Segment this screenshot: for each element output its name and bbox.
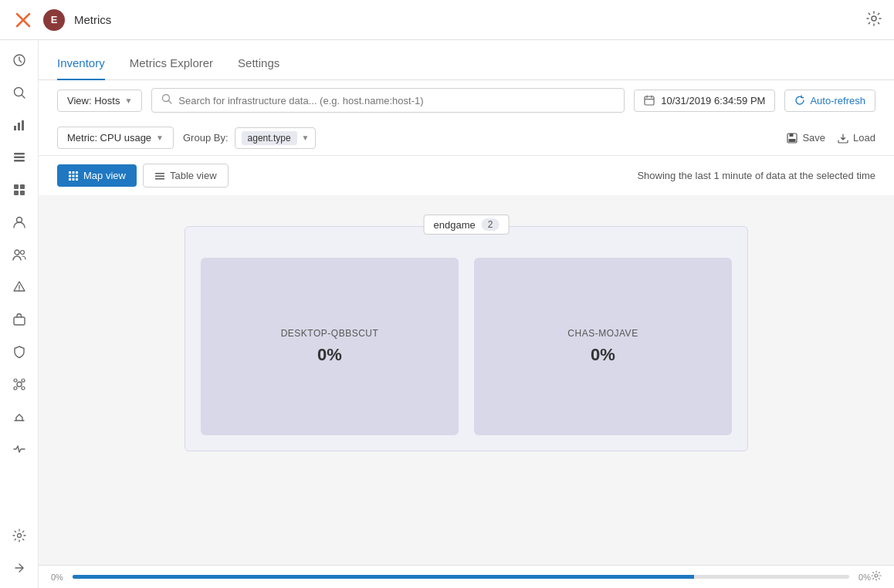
chevron-down-icon: ▼ (156, 133, 164, 142)
svg-point-1 (872, 16, 876, 21)
view-toggle-row: Map view Table view Showing the last 1 m… (39, 156, 894, 195)
host-card-1[interactable]: chas-mojave 0% (474, 258, 732, 435)
sidebar-icon-user[interactable] (5, 208, 33, 236)
tabbar: Inventory Metrics Explorer Settings (39, 40, 894, 80)
svg-rect-29 (790, 133, 794, 137)
search-input[interactable] (178, 95, 615, 106)
table-view-button[interactable]: Table view (143, 164, 229, 188)
main-layout: Inventory Metrics Explorer Settings View… (0, 40, 894, 588)
svg-rect-9 (14, 160, 25, 162)
auto-refresh-label: Auto-refresh (810, 95, 865, 106)
auto-refresh-button[interactable]: Auto-refresh (784, 90, 875, 112)
groupby-tag: agent.type (242, 131, 297, 145)
svg-rect-31 (69, 171, 71, 174)
sidebar (0, 40, 39, 588)
svg-rect-11 (20, 184, 25, 189)
sidebar-icon-users[interactable] (5, 241, 33, 269)
sidebar-icon-settings[interactable] (5, 522, 33, 549)
sidebar-icon-alerts[interactable] (5, 273, 33, 301)
sidebar-icon-list[interactable] (5, 144, 33, 171)
app-title: Metrics (74, 13, 857, 26)
svg-rect-41 (155, 175, 164, 177)
datetime-value: 10/31/2019 6:34:59 PM (661, 95, 765, 106)
map-view-button[interactable]: Map view (57, 164, 137, 187)
chevron-down-icon: ▼ (302, 133, 310, 142)
search-box[interactable] (151, 88, 625, 113)
tab-inventory[interactable]: Inventory (57, 56, 105, 80)
svg-rect-12 (14, 191, 19, 195)
sidebar-icon-heartbeat[interactable] (5, 435, 33, 463)
save-button[interactable]: Save (787, 132, 825, 144)
svg-point-23 (14, 387, 17, 390)
groupby-label: Group By: (183, 132, 229, 144)
sidebar-icon-expand[interactable] (5, 554, 33, 582)
groupby-container: Group By: agent.type ▼ (183, 127, 316, 149)
metric-dropdown[interactable]: Metric: CPU usage ▼ (57, 127, 174, 149)
svg-rect-35 (73, 174, 75, 177)
search-icon (161, 93, 172, 107)
sidebar-icon-search[interactable] (5, 79, 33, 106)
svg-rect-34 (69, 174, 71, 177)
map-view-label: Map view (83, 170, 126, 181)
tab-settings[interactable]: Settings (238, 56, 279, 80)
svg-rect-19 (14, 317, 25, 325)
content-area: Inventory Metrics Explorer Settings View… (39, 40, 894, 588)
svg-point-20 (17, 382, 22, 387)
svg-rect-27 (645, 96, 654, 105)
showing-text: Showing the last 1 minute of data at the… (637, 170, 875, 181)
load-label: Load (853, 132, 875, 144)
host-metric-0: 0% (317, 345, 342, 365)
save-label: Save (802, 132, 825, 144)
host-card-0[interactable]: DESKTOP-QBBSCUT 0% (201, 258, 459, 435)
group-container: endgame 2 DESKTOP-QBBSCUT 0% chas-mojave… (185, 226, 748, 451)
svg-point-16 (20, 251, 24, 255)
svg-rect-13 (20, 191, 25, 195)
svg-point-15 (15, 250, 19, 255)
sidebar-icon-ml[interactable] (5, 403, 33, 431)
sidebar-icon-grid[interactable] (5, 176, 33, 204)
svg-rect-39 (76, 178, 78, 181)
svg-rect-36 (76, 174, 78, 177)
app-logo (12, 9, 34, 31)
datetime-picker[interactable]: 10/31/2019 6:34:59 PM (634, 90, 775, 112)
group-label: endgame 2 (424, 215, 510, 235)
svg-rect-7 (14, 153, 25, 155)
sidebar-icon-cases[interactable] (5, 306, 33, 333)
svg-rect-5 (18, 123, 20, 130)
table-view-label: Table view (170, 170, 217, 181)
sidebar-icon-integrations[interactable] (5, 370, 33, 398)
svg-rect-30 (789, 139, 796, 142)
group-name: endgame (434, 219, 476, 231)
host-cards: DESKTOP-QBBSCUT 0% chas-mojave 0% (201, 258, 732, 435)
load-button[interactable]: Load (838, 132, 875, 144)
gear-icon[interactable] (866, 11, 882, 29)
host-name-1: chas-mojave (567, 328, 638, 339)
svg-rect-40 (155, 173, 164, 174)
svg-point-18 (19, 289, 20, 291)
svg-point-22 (22, 379, 25, 382)
svg-rect-37 (69, 178, 71, 181)
svg-rect-8 (14, 157, 25, 159)
svg-point-43 (875, 574, 878, 577)
bottom-gear-icon[interactable] (871, 570, 882, 583)
svg-rect-4 (14, 126, 16, 130)
bottom-scrollbar[interactable] (73, 575, 849, 579)
sidebar-icon-clock[interactable] (5, 46, 33, 74)
topbar: E Metrics (0, 0, 894, 40)
svg-point-25 (17, 534, 21, 538)
groupby-button[interactable]: agent.type ▼ (235, 127, 317, 149)
host-metric-1: 0% (591, 345, 615, 365)
bottom-left-pct: 0% (51, 573, 63, 582)
svg-rect-38 (73, 178, 75, 181)
map-area: endgame 2 DESKTOP-QBBSCUT 0% chas-mojave… (39, 195, 894, 565)
view-dropdown[interactable]: View: Hosts ▼ (57, 90, 142, 112)
tab-metrics-explorer[interactable]: Metrics Explorer (130, 56, 213, 80)
toolbar-row-2: Metric: CPU usage ▼ Group By: agent.type… (39, 120, 894, 156)
svg-rect-42 (155, 178, 164, 180)
group-count: 2 (482, 218, 499, 231)
host-name-0: DESKTOP-QBBSCUT (281, 328, 379, 339)
svg-rect-33 (76, 171, 78, 174)
user-avatar-e: E (43, 9, 65, 31)
sidebar-icon-shield[interactable] (5, 338, 33, 366)
sidebar-icon-chart[interactable] (5, 111, 33, 139)
